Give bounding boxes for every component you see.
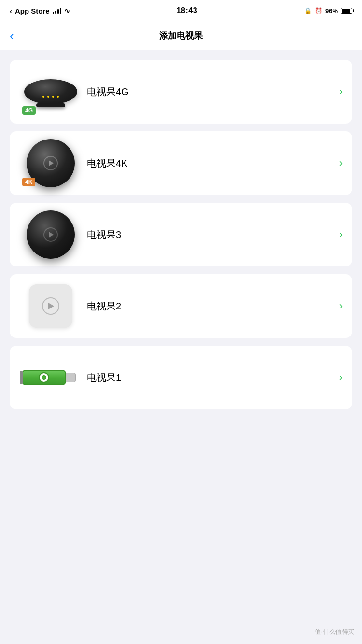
watermark: 值·什么值得买 [315, 628, 354, 636]
time-display: 18:43 [177, 6, 197, 15]
carrier-label: App Store [15, 7, 50, 15]
battery-percent: 96% [325, 7, 338, 14]
device-card-3[interactable]: 电视果3 › [10, 203, 352, 266]
device-shape-3 [27, 210, 75, 259]
status-right: 🔒 ⏰ 96% [304, 7, 352, 14]
device-image-3 [19, 210, 82, 259]
badge-4g: 4G [22, 106, 36, 115]
device-card-4k[interactable]: 4K 电视果4K › [10, 131, 352, 195]
device-list: 4G 电视果4G › 4K 电视果4K › 电视果3 › [0, 50, 362, 424]
device-card-4g[interactable]: 4G 电视果4G › [10, 60, 352, 124]
chevron-right-icon: › [339, 228, 343, 241]
chevron-right-icon: › [339, 300, 343, 312]
signal-icon [53, 8, 61, 14]
alarm-icon: ⏰ [315, 7, 322, 14]
status-bar: ‹ App Store ∿ 18:43 🔒 ⏰ 96% [0, 0, 362, 21]
device-image-1 [19, 353, 82, 402]
led-dots [42, 96, 59, 98]
battery-icon [341, 8, 352, 14]
chevron-right-icon: › [339, 85, 343, 98]
device-card-2[interactable]: 电视果2 › [10, 274, 352, 338]
device-shape-2 [29, 284, 72, 328]
device-image-4g: 4G [19, 68, 82, 116]
chevron-right-icon: › [339, 371, 343, 384]
wifi-icon: ∿ [64, 7, 70, 14]
device-shape-1 [22, 368, 80, 387]
device-name-1: 电视果1 [82, 371, 339, 384]
status-left: ‹ App Store ∿ [10, 7, 70, 15]
device-image-4k: 4K [19, 139, 82, 187]
device-shape-4g [24, 79, 77, 104]
device-name-3: 电视果3 [82, 228, 339, 241]
device-name-2: 电视果2 [82, 300, 339, 313]
nav-bar: ‹ 添加电视果 [0, 21, 362, 50]
chevron-right-icon: › [339, 157, 343, 169]
back-arrow-icon: ‹ [10, 7, 12, 15]
device-name-4g: 电视果4G [82, 85, 339, 98]
lock-icon: 🔒 [304, 7, 312, 14]
device-image-2 [19, 282, 82, 330]
back-button[interactable]: ‹ [10, 28, 14, 43]
device-name-4k: 电视果4K [82, 157, 339, 170]
page-title: 添加电视果 [159, 30, 203, 42]
badge-4k: 4K [22, 178, 35, 186]
device-card-1[interactable]: 电视果1 › [10, 346, 352, 409]
